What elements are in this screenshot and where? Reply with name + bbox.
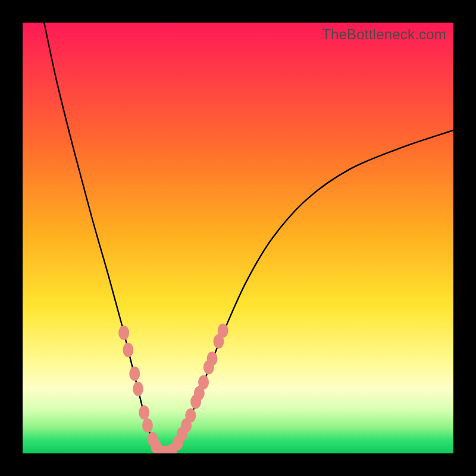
marker-left-3 (133, 381, 143, 396)
marker-left-5 (142, 418, 153, 433)
marker-right-8 (207, 352, 218, 366)
curve-left (44, 23, 165, 453)
marker-left-0 (118, 325, 129, 340)
marker-left-1 (123, 343, 133, 357)
marker-left-2 (129, 367, 140, 381)
curve-right (165, 130, 453, 453)
chart-frame: TheBottleneck.com (0, 0, 476, 476)
chart-svg (23, 23, 453, 453)
marker-right-10 (218, 324, 228, 338)
marker-left-4 (139, 405, 149, 419)
marker-right-3 (185, 408, 196, 422)
marker-group (118, 324, 228, 453)
plot-area: TheBottleneck.com (23, 23, 453, 453)
marker-right-6 (198, 375, 209, 390)
